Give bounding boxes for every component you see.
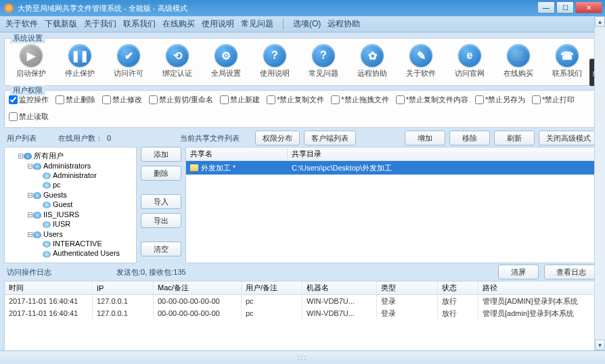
perm-checkbox[interactable] — [220, 95, 229, 104]
client-list-button[interactable]: 客户端列表 — [304, 131, 356, 145]
tree-user[interactable]: INTERACTIVE — [36, 239, 133, 248]
tree-add-button[interactable]: 添加 — [141, 147, 181, 162]
toolbar-9[interactable]: e访问官网 — [451, 44, 488, 78]
perm-9[interactable]: *禁止打印 — [532, 95, 575, 105]
perm-2[interactable]: 禁止修改 — [102, 95, 142, 105]
online-count: 0 — [107, 134, 111, 142]
log-col-type[interactable]: 类型 — [377, 281, 438, 294]
toolbar-icon: 🛒 — [507, 44, 530, 67]
remove-share-button[interactable]: 移除 — [449, 131, 490, 145]
tree-group[interactable]: ⊟IIS_IUSRS IUSR — [26, 210, 133, 229]
share-row[interactable]: 外发加工 *C:\Users\pc\Desktop\外发加工 — [186, 161, 600, 175]
menu-separator — [283, 19, 284, 30]
tree-group[interactable]: ⊟Guests Guest — [26, 190, 133, 210]
perm-5[interactable]: *禁止复制文件 — [267, 95, 324, 105]
perm-4[interactable]: 禁止新建 — [220, 95, 260, 105]
menu-remote[interactable]: 远程协助 — [328, 18, 360, 30]
tree-import-button[interactable]: 导入 — [141, 194, 181, 209]
share-col-name[interactable]: 共享名 — [186, 149, 288, 159]
minimize-button[interactable]: — — [537, 1, 555, 14]
menu-buy[interactable]: 在线购买 — [162, 18, 195, 30]
perm-1[interactable]: 禁止删除 — [55, 95, 95, 105]
menu-contact[interactable]: 联系我们 — [123, 18, 156, 30]
perm-checkbox[interactable] — [267, 95, 275, 104]
perm-checkbox[interactable] — [55, 95, 64, 104]
perm-checkbox[interactable] — [396, 95, 405, 104]
menu-download[interactable]: 下载新版 — [45, 18, 77, 30]
toolbar-6[interactable]: ?常见问题 — [305, 44, 342, 78]
share-list[interactable]: 共享名 共享目录 外发加工 *C:\Users\pc\Desktop\外发加工 — [185, 147, 601, 263]
toolbar-label: 启动保护 — [16, 68, 46, 78]
perm-checkbox[interactable] — [9, 95, 18, 104]
menu-about-us[interactable]: 关于我们 — [84, 18, 116, 30]
perm-checkbox[interactable] — [102, 95, 111, 104]
tree-export-button[interactable]: 导出 — [141, 213, 181, 228]
toolbar-2[interactable]: ✔访问许可 — [110, 44, 147, 78]
toolbar-1[interactable]: ❚❚停止保护 — [62, 44, 98, 78]
toolbar-group: 系统设置 ▶启动保护❚❚停止保护✔访问许可⟲绑定认证⚙全局设置?使用说明?常见问… — [4, 38, 601, 86]
tree-group[interactable]: ⊟Administrators Administrator pc — [26, 161, 133, 190]
tree-user[interactable]: Authenticated Users — [36, 248, 133, 258]
share-col-dir[interactable]: 共享目录 — [288, 149, 600, 159]
menu-options[interactable]: 选项(O) — [293, 18, 321, 30]
tree-delete-button[interactable]: 删除 — [141, 166, 181, 181]
tree-clear-button[interactable]: 清空 — [141, 242, 181, 256]
tree-user[interactable]: Guest — [36, 200, 133, 209]
toolbar-8[interactable]: ✎关于软件 — [403, 44, 439, 78]
perm-7[interactable]: *禁止复制文件内容 — [396, 95, 468, 105]
scroll-down-icon[interactable]: ▼ — [595, 340, 605, 350]
resize-grip-icon[interactable]: ::: — [298, 354, 307, 361]
close-button[interactable]: ✕ — [575, 1, 602, 14]
perm-label: 禁止新建 — [230, 95, 260, 105]
toolbar-10[interactable]: 🛒在线购买 — [500, 44, 537, 78]
tree-group[interactable]: ⊟Users INTERACTIVE Authenticated Users — [26, 229, 133, 258]
toolbar-11[interactable]: ☎联系我们 — [549, 44, 585, 78]
perm-checkbox[interactable] — [532, 95, 541, 104]
perm-8[interactable]: *禁止另存为 — [475, 95, 525, 105]
user-tree[interactable]: ⊟所有用户⊟Administrators Administrator pc⊟Gu… — [4, 147, 137, 263]
perm-3[interactable]: 禁止剪切/重命名 — [149, 95, 213, 105]
titlebar: 大势至局域网共享文件管理系统 - 全能版 - 高级模式 — ☐ ✕ — [0, 0, 605, 16]
menu-faq[interactable]: 常见问题 — [241, 18, 273, 30]
maximize-button[interactable]: ☐ — [556, 1, 574, 14]
toolbar-4[interactable]: ⚙全局设置 — [208, 44, 244, 78]
toolbar-7[interactable]: ✿远程协助 — [354, 44, 390, 78]
perm-10[interactable]: 禁止读取 — [9, 112, 49, 122]
tree-user[interactable]: IUSR — [36, 219, 133, 229]
perm-checkbox[interactable] — [149, 95, 158, 104]
tree-user[interactable]: Administrator — [36, 170, 133, 180]
log-col-time[interactable]: 时间 — [5, 281, 93, 294]
vertical-scrollbar[interactable]: ▲ ▼ — [594, 16, 605, 350]
perm-distribution-button[interactable]: 权限分布 — [255, 131, 300, 145]
folder-icon — [190, 164, 198, 171]
online-label: 在线用户数： — [58, 133, 103, 143]
close-advanced-button[interactable]: 关闭高级模式 — [539, 131, 598, 145]
toolbar-label: 常见问题 — [309, 68, 338, 78]
tree-user[interactable]: pc — [36, 180, 133, 189]
log-row[interactable]: 2017-11-01 16:40:41127.0.0.100-00-00-00-… — [5, 295, 600, 307]
log-col-host[interactable]: 机器名 — [302, 281, 377, 294]
permissions-group: 用户权限 监控操作禁止删除禁止修改禁止剪切/重命名禁止新建*禁止复制文件*禁止拖… — [4, 90, 601, 128]
toolbar-3[interactable]: ⟲绑定认证 — [159, 44, 196, 78]
view-log-button[interactable]: 查看日志 — [544, 265, 598, 279]
perm-checkbox[interactable] — [9, 112, 18, 121]
menu-about-software[interactable]: 关于软件 — [5, 18, 38, 30]
perm-checkbox[interactable] — [475, 95, 484, 104]
log-col-user[interactable]: 用户/备注 — [242, 281, 302, 294]
log-col-mac[interactable]: Mac/备注 — [154, 281, 242, 294]
clear-log-button[interactable]: 清屏 — [498, 265, 539, 279]
menu-help[interactable]: 使用说明 — [202, 18, 234, 30]
perm-0[interactable]: 监控操作 — [9, 95, 49, 105]
log-row[interactable]: 2017-11-01 16:40:41127.0.0.100-00-00-00-… — [5, 307, 600, 319]
refresh-button[interactable]: 刷新 — [494, 131, 535, 145]
toolbar-0[interactable]: ▶启动保护 — [13, 44, 49, 78]
log-col-state[interactable]: 状态 — [438, 281, 478, 294]
add-share-button[interactable]: 增加 — [405, 131, 445, 145]
toolbar-5[interactable]: ?使用说明 — [256, 44, 293, 78]
perm-checkbox[interactable] — [331, 95, 340, 104]
scroll-up-icon[interactable]: ▲ — [595, 16, 605, 27]
log-col-path[interactable]: 路径 — [478, 281, 600, 294]
perm-6[interactable]: *禁止拖拽文件 — [331, 95, 388, 105]
log-col-ip[interactable]: IP — [93, 281, 154, 294]
toolbar-icon: ? — [312, 44, 335, 67]
